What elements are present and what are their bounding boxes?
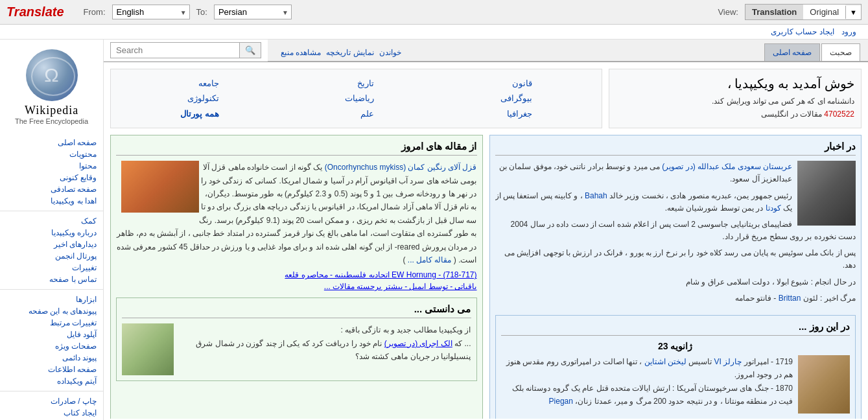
sidebar-item-permalink[interactable]: پیوند دائمی (0, 352, 103, 364)
portal-link-bio[interactable]: بیوگرافی (500, 91, 532, 106)
sidebar-item-contents[interactable]: محتویات (0, 148, 103, 160)
sidebar-item-contact2[interactable]: تماس با صفحه (0, 274, 103, 285)
today-link-piegan[interactable]: Piegan (549, 397, 573, 406)
news-link-coup[interactable]: کودتا (766, 204, 781, 213)
portal-link-society[interactable]: جامعه (180, 76, 219, 91)
sidebar-item-cite[interactable]: آیتم ویکیداده (0, 375, 103, 387)
tab-history[interactable]: نمایش تاریخچه (326, 48, 373, 57)
article-count: 4702522 مقالات در انگلیسی (616, 110, 854, 119)
today-link-charles[interactable]: چارلز VI (714, 357, 742, 366)
sidebar-divider-3 (0, 391, 103, 391)
create-account-link[interactable]: ایجاد حساب کاربری (771, 27, 834, 36)
content-area: صحبت صفحه اصلی خواندن نمایش تاریخچه مشاه… (104, 40, 868, 420)
sidebar-item-upload[interactable]: آپلود فایل (0, 329, 103, 340)
portal-link-science[interactable]: علم (345, 106, 374, 121)
sidebar-item-tools[interactable]: ابزارها (0, 294, 103, 305)
portal-col1: قانون بیوگرافی جغرافیا (500, 76, 532, 121)
today-content: 1719 - امپراتور چارلز VI تاسیس لیختن اشت… (501, 355, 850, 414)
search-area: 🔍 (104, 40, 268, 62)
news-section: در اخبار عربستان سعودی ملک عبدالله (در ت… (489, 135, 862, 419)
sidebar-item-donate[interactable]: اهدا به ویکیپدیا (0, 195, 103, 207)
sidebar-item-related[interactable]: تغییرات مرتبط (0, 317, 103, 329)
portal-link-history[interactable]: تاریخ (345, 76, 374, 91)
full-article-link[interactable]: مقاله کامل ... (408, 255, 452, 264)
tab-actions: خواندن نمایش تاریخچه مشاهده منبع (274, 44, 408, 61)
two-col-main: در اخبار عربستان سعودی ملک عبدالله (در ت… (110, 135, 862, 419)
wiki-tabs: صحبت صفحه اصلی خواندن نمایش تاریخچه مشاه… (268, 40, 868, 62)
news-link-saudi[interactable]: عربستان سعودی ملک عبدالله (در تصویر) (662, 162, 792, 171)
sidebar-item-random[interactable]: صفحه تصادفی (0, 183, 103, 195)
welcome-box: خوش آمدید به ویکیپدیا ، دانشنامه ای که ه… (609, 69, 862, 128)
sidebar-item-special[interactable]: صفحات ویژه (0, 340, 103, 352)
welcome-title: خوش آمدید به ویکیپدیا ، (616, 76, 854, 91)
welcome-portal: خوش آمدید به ویکیپدیا ، دانشنامه ای که ه… (110, 69, 862, 128)
article-main-link[interactable]: قزل آلای رنگین کمان (Oncorhynchus mykiss… (325, 163, 477, 172)
dyk-text: از ویکیپدیا مطالب جدید و به تازگی باقیه … (122, 323, 471, 363)
translate-brand: Translate (6, 5, 64, 19)
article-content: قزل آلای رنگین کمان (Oncorhynchus mykiss… (116, 161, 477, 266)
sidebar-divider-1 (0, 211, 103, 211)
loginbar: ورود ایجاد حساب کاربری (0, 25, 868, 40)
king-image (797, 161, 856, 226)
sidebar-item-recent[interactable]: دیدارهای اخیر (0, 239, 103, 250)
article-related-link[interactable]: EW Hornung - (718-717) اتحادیه فلسطینیه … (285, 270, 476, 279)
view-translation-button[interactable]: Translation (745, 5, 803, 19)
dyk-link[interactable]: الک اجرای (در تصویر) (384, 339, 452, 348)
portal-link-geo[interactable]: جغرافیا (500, 106, 532, 121)
sidebar-item-what-links[interactable]: پیوندهای به این صفحه (0, 305, 103, 317)
portal-links: قانون بیوگرافی جغرافیا تاریخ ریاضیات علم… (110, 69, 602, 128)
news-link-brittan[interactable]: Brittan (779, 294, 801, 303)
today-title: در این روز ... (501, 321, 850, 336)
view-original-button[interactable]: Original (803, 5, 845, 19)
login-link[interactable]: ورود (841, 27, 856, 36)
news-title: در اخبار (495, 141, 856, 156)
sidebar-item-community[interactable]: درباره ویکیپدیا (0, 227, 103, 239)
sidebar-item-print[interactable]: چاپ / صادرات (0, 395, 103, 407)
sidebar-item-page-info[interactable]: صفحه اطلاعات (0, 364, 103, 375)
portal-link-law[interactable]: قانون (500, 76, 532, 91)
welcome-desc: دانشنامه ای که هر کس می تواند ویرایش کند… (616, 95, 854, 107)
tab-read[interactable]: خواندن (379, 48, 401, 57)
sidebar-item-current-events[interactable]: وقایع کنونی (0, 172, 103, 183)
sidebar-nav: صفحه اصلی محتویات محتوا وقایع کنونی صفحه… (0, 134, 103, 420)
sidebar-item-create-book[interactable]: ایجاد کتاب (0, 407, 103, 419)
today-date: ژانویه 23 (501, 341, 850, 351)
view-toggle: Translation Original ▼ (745, 4, 862, 20)
sidebar-item-main-page[interactable]: صفحه اصلی (0, 137, 103, 148)
tab-talk[interactable]: صفحه اصلی (764, 43, 820, 61)
dyk-image (122, 323, 174, 375)
view-more-button[interactable]: ▼ (845, 6, 861, 19)
main-content: خوش آمدید به ویکیپدیا ، دانشنامه ای که ه… (104, 62, 868, 419)
article-more-link[interactable]: باقیاتی - توسط ایمیل - بیشتر برجسته مقال… (324, 282, 477, 291)
today-section: در این روز ... ژانویه 23 1719 - امپراتور… (495, 315, 856, 419)
topbar: Translate From: English To: Persian View… (0, 0, 868, 25)
portal-col3: جامعه تکنولوژی همه پورتال (180, 76, 219, 121)
sidebar-item-contact[interactable]: پورتال انجمن (0, 250, 103, 262)
news-item-5: در حال انجام : شیوع ابولا ، دولت اسلامی … (495, 276, 856, 288)
portal-link-all[interactable]: همه پورتال (180, 106, 219, 121)
wiki-subtitle: The Free Encyclopedia (0, 117, 103, 125)
portal-link-math[interactable]: ریاضیات (345, 91, 374, 106)
today-link-licht[interactable]: لیختن اشتاین (644, 357, 686, 366)
to-language-select[interactable]: Persian (214, 5, 292, 19)
dyk-intro: از ویکیپدیا مطالب جدید و به تازگی باقیه … (122, 323, 471, 336)
sidebar-item-search[interactable]: محتوا (0, 160, 103, 172)
portal-link-tech[interactable]: تکنولوژی (180, 91, 219, 106)
news-link-bahah[interactable]: Bahah (585, 191, 607, 200)
search-button[interactable]: 🔍 (240, 42, 261, 58)
count-number: 4702522 (824, 110, 854, 119)
article-related: EW Hornung - (718-717) اتحادیه فلسطینیه … (116, 270, 477, 279)
sidebar-item-help[interactable]: کمک (0, 215, 103, 227)
portal-col2: تاریخ ریاضیات علم (345, 76, 374, 121)
tab-watch[interactable]: مشاهده منبع (281, 48, 321, 57)
dyk-content: از ویکیپدیا مطالب جدید و به تازگی باقیه … (122, 323, 471, 375)
from-label: From: (84, 7, 106, 17)
from-language-select[interactable]: English (112, 5, 190, 19)
article-section: از مقاله های امروز قزل آلای رنگین کمان (… (110, 135, 483, 419)
tab-main-page[interactable]: صحبت (821, 43, 860, 61)
search-input[interactable] (110, 42, 240, 58)
dyk-title: می دانستی ... (122, 303, 471, 318)
to-label: To: (196, 7, 207, 17)
sidebar: Wikipedia The Free Encyclopedia صفحه اصل… (0, 40, 104, 420)
sidebar-item-changes[interactable]: تغییرات (0, 262, 103, 274)
